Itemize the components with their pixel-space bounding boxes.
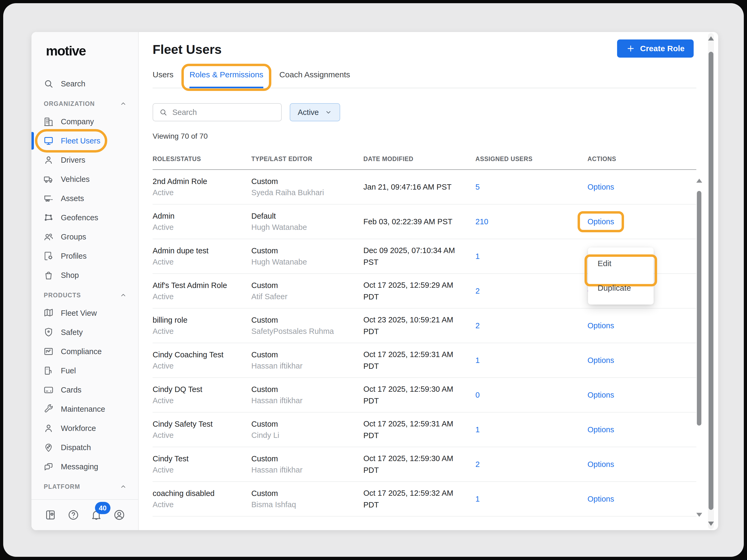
sidebar-item-vehicles[interactable]: Vehicles bbox=[31, 169, 138, 189]
assigned-users-link[interactable]: 2 bbox=[475, 460, 480, 469]
table-row: Cindy DQ TestActive CustomHassan iftikha… bbox=[153, 378, 696, 412]
assigned-users-link[interactable]: 1 bbox=[475, 495, 480, 503]
assigned-users-link[interactable]: 5 bbox=[475, 183, 480, 191]
options-link[interactable]: Options bbox=[588, 495, 614, 503]
sidebar-item-maintenance[interactable]: Maintenance bbox=[31, 399, 138, 419]
column-header-date-modified: DATE MODIFIED bbox=[363, 156, 475, 163]
role-name: coaching disabled bbox=[153, 488, 243, 499]
search-icon bbox=[43, 78, 54, 89]
sidebar-search[interactable]: Search bbox=[31, 74, 138, 93]
account-button[interactable] bbox=[113, 509, 125, 521]
sidebar-item-geofences[interactable]: Geofences bbox=[31, 208, 138, 227]
role-search-input[interactable] bbox=[172, 108, 275, 117]
options-link[interactable]: Options bbox=[588, 391, 614, 399]
assigned-users-link[interactable]: 210 bbox=[475, 217, 488, 226]
menu-item-duplicate[interactable]: Duplicate bbox=[588, 276, 654, 300]
scroll-down-arrow-icon[interactable] bbox=[708, 522, 714, 526]
sidebar-item-profiles[interactable]: Profiles bbox=[31, 246, 138, 266]
options-link[interactable]: Options bbox=[588, 460, 614, 469]
last-editor: Syeda Raiha Bukhari bbox=[251, 187, 355, 198]
options-link[interactable]: Options bbox=[588, 217, 614, 226]
sidebar-item-label: Fleet Users bbox=[61, 136, 100, 145]
chevron-down-icon bbox=[325, 109, 332, 116]
section-products[interactable]: PRODUCTS bbox=[31, 287, 138, 303]
help-button[interactable] bbox=[67, 509, 79, 521]
sidebar-item-assets[interactable]: Assets bbox=[31, 189, 138, 208]
sidebar-item-safety[interactable]: Safety bbox=[31, 323, 138, 342]
column-header-type-last-editor: TYPE/LAST EDITOR bbox=[251, 156, 363, 163]
status-filter-dropdown[interactable]: Active bbox=[290, 103, 340, 121]
sidebar-item-workforce[interactable]: Workforce bbox=[31, 419, 138, 438]
create-role-button[interactable]: Create Role bbox=[617, 39, 694, 58]
notifications-button[interactable]: 40 bbox=[90, 509, 102, 521]
scroll-up-arrow-icon[interactable] bbox=[696, 179, 702, 183]
sidebar-item-dispatch[interactable]: Dispatch bbox=[31, 438, 138, 457]
assigned-users-link[interactable]: 1 bbox=[475, 356, 480, 365]
sidebar-item-messaging[interactable]: Messaging bbox=[31, 457, 138, 476]
tab-roles-permissions[interactable]: Roles & Permissions bbox=[189, 70, 263, 88]
options-link[interactable]: Options bbox=[588, 183, 614, 191]
table-scrollbar[interactable] bbox=[697, 179, 702, 517]
table-scrollbar-thumb[interactable] bbox=[697, 191, 701, 426]
search-icon bbox=[159, 108, 168, 116]
sidebar-item-drivers[interactable]: Drivers bbox=[31, 151, 138, 169]
sidebar-item-compliance[interactable]: Compliance bbox=[31, 342, 138, 361]
chevron-up-icon bbox=[120, 100, 127, 107]
tab-users[interactable]: Users bbox=[153, 70, 174, 88]
sidebar-item-groups[interactable]: Groups bbox=[31, 227, 138, 246]
assigned-users-link[interactable]: 0 bbox=[475, 391, 480, 399]
assigned-users-link[interactable]: 1 bbox=[475, 425, 480, 434]
tab-coach-assignments[interactable]: Coach Assignments bbox=[279, 70, 350, 88]
last-editor: Cindy Li bbox=[251, 430, 355, 441]
toolbar: Active bbox=[153, 103, 696, 121]
role-type: Custom bbox=[251, 384, 355, 395]
role-name: Cindy Safety Test bbox=[153, 419, 243, 430]
roles-table: ROLES/STATUS TYPE/LAST EDITOR DATE MODIF… bbox=[153, 149, 696, 516]
assigned-users-link[interactable]: 2 bbox=[475, 287, 480, 295]
scroll-up-arrow-icon[interactable] bbox=[708, 36, 714, 41]
fuel-pump-icon bbox=[43, 365, 54, 376]
sidebar-item-label: Company bbox=[61, 117, 94, 126]
options-link[interactable]: Options bbox=[588, 356, 614, 365]
sidebar-item-company[interactable]: Company bbox=[31, 112, 138, 131]
sidebar-item-fuel[interactable]: Fuel bbox=[31, 361, 138, 380]
role-search-box[interactable] bbox=[153, 103, 282, 121]
chart-box-icon bbox=[43, 346, 54, 357]
window-scrollbar-thumb[interactable] bbox=[709, 52, 713, 510]
map-icon bbox=[43, 308, 54, 318]
options-link[interactable]: Options bbox=[588, 321, 614, 330]
assigned-users-link[interactable]: 2 bbox=[475, 321, 480, 330]
app-window: motive Search ORGANIZATION Company Fleet… bbox=[31, 32, 718, 530]
role-status: Active bbox=[153, 326, 243, 337]
help-icon bbox=[67, 509, 79, 521]
role-status: Active bbox=[153, 395, 243, 406]
assigned-users-link[interactable]: 1 bbox=[475, 252, 480, 261]
status-filter-value: Active bbox=[298, 108, 319, 117]
sidebar-item-label: Compliance bbox=[61, 347, 102, 356]
column-header-actions: ACTIONS bbox=[588, 156, 696, 163]
credit-card-icon bbox=[43, 384, 54, 395]
menu-item-edit[interactable]: Edit bbox=[588, 251, 654, 276]
sidebar-item-label: Geofences bbox=[61, 213, 98, 222]
sidebar-item-cards[interactable]: Cards bbox=[31, 380, 138, 399]
plus-icon bbox=[626, 44, 635, 53]
guide-button[interactable] bbox=[44, 509, 56, 521]
role-status: Active bbox=[153, 291, 243, 302]
date-modified: Oct 17 2025, 12:59:32 AM PDT bbox=[363, 487, 467, 511]
last-editor: Hassan iftikhar bbox=[251, 360, 355, 371]
sidebar-item-shop[interactable]: Shop bbox=[31, 266, 138, 285]
role-type: Custom bbox=[251, 349, 355, 360]
role-status: Active bbox=[153, 499, 243, 510]
section-organization[interactable]: ORGANIZATION bbox=[31, 96, 138, 112]
table-row: Cindy Safety TestActive CustomCindy Li O… bbox=[153, 412, 696, 447]
role-type: Custom bbox=[251, 176, 355, 187]
scroll-down-arrow-icon[interactable] bbox=[696, 513, 702, 517]
sidebar-item-label: Groups bbox=[61, 233, 86, 241]
section-platform[interactable]: PLATFORM bbox=[31, 478, 138, 495]
options-link[interactable]: Options bbox=[588, 425, 614, 434]
sidebar-item-fleet-view[interactable]: Fleet View bbox=[31, 303, 138, 323]
table-row: Cindy TestActive CustomHassan iftikhar O… bbox=[153, 447, 696, 482]
sidebar-item-fleet-users[interactable]: Fleet Users bbox=[31, 131, 138, 151]
date-modified: Oct 17 2025, 12:59:31 AM PDT bbox=[363, 349, 467, 372]
window-scrollbar[interactable] bbox=[708, 33, 714, 529]
